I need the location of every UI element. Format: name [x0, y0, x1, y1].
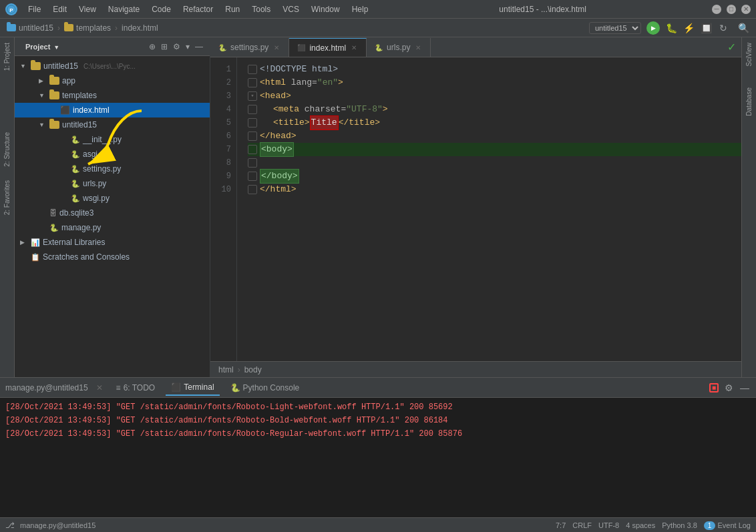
terminal-tab-todo[interactable]: ≡ 6: TODO [111, 380, 161, 395]
code-editor[interactable]: 1 2 3 4 5 6 7 8 9 10 <!DOCTYPE html> [210, 57, 741, 361]
fold-btn-10[interactable] [248, 185, 257, 194]
fold-btn-8[interactable] [248, 158, 257, 168]
sidebar-collapse-icon[interactable]: ▾ [184, 41, 191, 53]
project-tab[interactable]: Project ▼ [20, 40, 65, 53]
fold-btn-9[interactable] [248, 172, 257, 181]
terminal-title-sep: ✕ [96, 383, 103, 392]
tree-label-asgi: asgi.py [83, 150, 108, 159]
terminal-icon: ⬛ [171, 382, 181, 392]
templates-folder-icon [49, 91, 59, 99]
breadcrumb-body[interactable]: body [244, 365, 262, 374]
left-tab-structure[interactable]: 2: Structure [2, 129, 12, 170]
menu-tools[interactable]: Tools [246, 3, 276, 16]
tree-item-templates[interactable]: ▼ templates [15, 88, 210, 103]
fold-btn-3[interactable]: ▾ [248, 91, 257, 101]
status-left: ⎇ manage.py@untitled15 [5, 521, 96, 530]
sidebar-layout-icon[interactable]: ⊞ [160, 41, 169, 53]
breadcrumb-html[interactable]: html [218, 365, 234, 374]
menu-bar: P File Edit View Navigate Code Refactor … [0, 0, 756, 19]
coverage-button[interactable]: 🔲 [700, 22, 712, 34]
status-python[interactable]: Python 3.8 [662, 521, 697, 529]
menu-navigate[interactable]: Navigate [103, 3, 145, 16]
fold-btn-7[interactable] [248, 145, 257, 154]
tree-item-asgi[interactable]: 🐍 asgi.py [15, 147, 210, 162]
sidebar-settings-icon[interactable]: ⚙ [172, 41, 182, 53]
menu-help[interactable]: Help [347, 3, 374, 16]
line-num-10: 10 [210, 183, 236, 196]
sidebar-minimize-icon[interactable]: — [194, 41, 204, 53]
fold-btn-2[interactable] [248, 78, 257, 87]
stop-button[interactable]: ■ [709, 383, 719, 392]
code-title-open: <title> [273, 116, 310, 129]
chevron-down-icon: ▼ [20, 63, 28, 69]
sidebar-add-icon[interactable]: ⊕ [148, 41, 157, 53]
close-button[interactable]: ✕ [741, 5, 751, 14]
fold-btn-4[interactable] [248, 105, 257, 114]
tree-item-indexhtml[interactable]: ⬛ index.html [15, 103, 210, 117]
tab-close-index[interactable]: ✕ [350, 43, 358, 52]
menu-run[interactable]: Run [220, 3, 245, 16]
terminal-tab-python[interactable]: 🐍 Python Console [225, 380, 305, 395]
external-icon: 📊 [31, 238, 40, 247]
right-tab-database[interactable]: Database [744, 85, 754, 119]
tab-close-urls[interactable]: ✕ [414, 43, 422, 52]
menu-view[interactable]: View [73, 3, 102, 16]
fold-btn-1[interactable] [248, 65, 257, 74]
terminal-tab-todo-label: 6: TODO [124, 383, 156, 392]
profile-button[interactable]: ⚡ [683, 22, 695, 34]
terminal-tab-terminal[interactable]: ⬛ Terminal [166, 380, 219, 396]
fold-btn-6[interactable] [248, 131, 257, 141]
py-file-icon-urls: 🐍 [71, 180, 80, 188]
menu-refactor[interactable]: Refactor [178, 3, 218, 16]
tree-item-manage[interactable]: 🐍 manage.py [15, 220, 210, 235]
tree-item-root[interactable]: ▼ untitled15 C:\Users\...\Pyc... [15, 59, 210, 73]
line-num-2: 2 [210, 76, 236, 89]
reload-button[interactable]: ↻ [717, 22, 729, 34]
menu-file[interactable]: File [23, 3, 46, 16]
tree-item-init[interactable]: 🐍 __init__.py [15, 132, 210, 147]
menu-window[interactable]: Window [306, 3, 345, 16]
minimize-button[interactable]: ─ [712, 5, 721, 14]
breadcrumb-templates[interactable]: templates [64, 23, 111, 33]
tree-item-wsgi[interactable]: 🐍 wsgi.py [15, 191, 210, 206]
line-num-8: 8 [210, 156, 236, 170]
tab-settings-py[interactable]: 🐍 settings.py ✕ [210, 38, 289, 57]
breadcrumb-untitled15[interactable]: untitled15 [7, 23, 53, 33]
breadcrumb-indexhtml[interactable]: index.html [122, 23, 158, 33]
tree-item-external[interactable]: ▶ 📊 External Libraries [15, 235, 210, 250]
status-indent: 4 spaces [626, 521, 655, 529]
tree-item-untitled15-sub[interactable]: ▼ untitled15 [15, 117, 210, 132]
left-tab-favorites[interactable]: 2: Favorites [2, 178, 12, 218]
editor-status-breadcrumb: html › body [210, 361, 741, 377]
tree-item-db[interactable]: 🗄 db.sqlite3 [15, 206, 210, 220]
run-config-selector[interactable]: untitled15 [589, 22, 641, 34]
html-file-icon: ⬛ [60, 105, 70, 115]
search-button[interactable]: 🔍 [737, 22, 749, 34]
menu-vcs[interactable]: VCS [277, 3, 305, 16]
window-title: untitled15 - ...\index.html [375, 5, 711, 14]
debug-button[interactable]: 🐛 [665, 22, 677, 34]
left-tab-project[interactable]: 1: Project [2, 40, 12, 73]
terminal-tab-bar: manage.py@untitled15 ✕ ≡ 6: TODO ⬛ Termi… [0, 378, 756, 398]
terminal-minimize-icon[interactable]: — [739, 382, 751, 394]
tab-close-settings[interactable]: ✕ [272, 43, 280, 52]
run-button[interactable] [646, 21, 660, 35]
code-content[interactable]: <!DOCTYPE html> <html lang= "en" > ▾ <he… [237, 57, 741, 361]
line-num-7: 7 [210, 143, 236, 156]
breadcrumb-project: untitled15 [19, 23, 53, 33]
fold-btn-5[interactable] [248, 118, 257, 127]
status-cursor: 7:7 [556, 521, 566, 529]
terminal-settings-icon[interactable]: ⚙ [723, 382, 735, 394]
tab-index-html[interactable]: ⬛ index.html ✕ [289, 38, 367, 57]
menu-code[interactable]: Code [146, 3, 176, 16]
tree-item-app[interactable]: ▶ app [15, 73, 210, 88]
tree-item-scratches[interactable]: 📋 Scratches and Consoles [15, 250, 210, 264]
menu-edit[interactable]: Edit [47, 3, 72, 16]
breadcrumb-templates-label: templates [76, 23, 111, 33]
tree-item-settings[interactable]: 🐍 settings.py [15, 162, 210, 176]
status-event-log[interactable]: 1 Event Log [704, 521, 751, 529]
maximize-button[interactable]: □ [727, 5, 736, 14]
tab-urls-py[interactable]: 🐍 urls.py ✕ [367, 38, 431, 57]
right-tab-sciview[interactable]: SciView [744, 40, 754, 69]
tree-item-urls[interactable]: 🐍 urls.py [15, 176, 210, 191]
